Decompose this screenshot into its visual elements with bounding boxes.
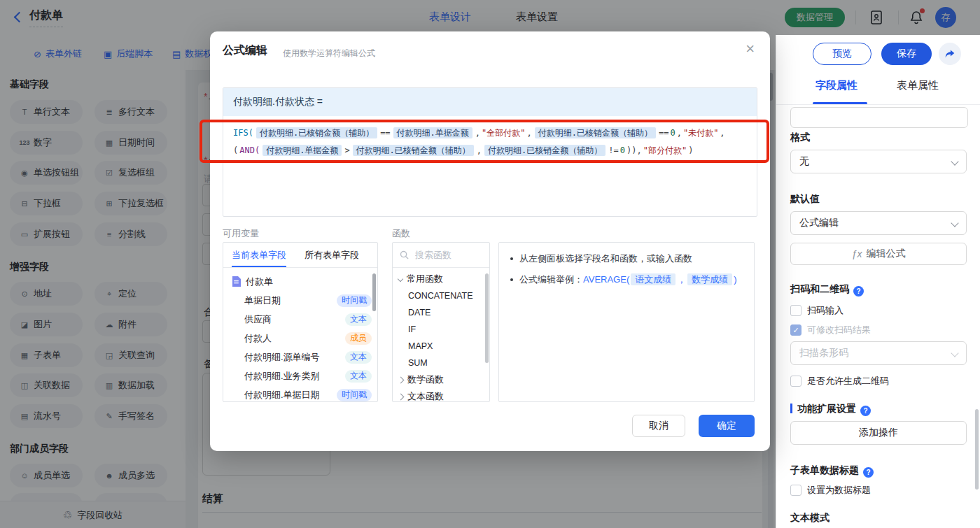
checkbox-unchecked[interactable]	[790, 485, 802, 496]
default-value-select[interactable]: 公式编辑	[790, 211, 967, 235]
edit-formula-button[interactable]: ƒx 编辑公式	[790, 243, 967, 265]
panel-scrollbar-thumb[interactable]	[975, 409, 979, 490]
operator-token: (	[233, 145, 238, 155]
help-tip-text: 公式编辑举例：AVERAGE(语文成绩，数学成绩)	[519, 273, 737, 286]
help-tip-text: 从左侧面板选择字段名和函数，或输入函数	[519, 252, 692, 265]
variable-row[interactable]: 付款明细.单据日期时间戳	[223, 385, 377, 404]
variables-scrollbar-thumb[interactable]	[372, 273, 376, 311]
operator-token: ==	[659, 128, 668, 138]
variable-name: 付款明细.单据日期	[244, 389, 320, 401]
field-chip[interactable]: 付款明细.单据金额	[262, 145, 342, 156]
allow-qr-checkbox-row[interactable]: 是否允许生成二维码	[790, 375, 889, 387]
scan-editable-checkbox-row[interactable]: ✓可修改扫码结果	[790, 324, 871, 336]
variable-name: 供应商	[244, 313, 272, 326]
checkbox-unchecked[interactable]	[790, 305, 802, 316]
field-chip[interactable]: 付款明细.已核销金额（辅助）	[353, 145, 474, 156]
field-chip[interactable]: 付款明细.已核销金额（辅助）	[484, 145, 606, 156]
chevron-down-icon	[951, 349, 958, 357]
function-item[interactable]: IF	[393, 321, 489, 338]
confirm-button[interactable]: 确定	[699, 415, 755, 437]
help-icon[interactable]: ?	[863, 467, 874, 478]
formula-line: (AND(付款明细.单据金额>付款明细.已核销金额（辅助）,付款明细.已核销金额…	[232, 142, 748, 159]
formula-target: 付款明细.付款状态 =	[223, 88, 757, 116]
function-group-label: 数学函数	[407, 373, 444, 386]
chevron-down-icon	[398, 276, 403, 282]
scan-mode-value: 扫描条形码	[799, 347, 848, 359]
modal-title: 公式编辑	[223, 43, 267, 58]
functions-panel: 常用函数 CONCATENATE DATE IF MAPX SUM 数学函数 文…	[392, 242, 490, 402]
default-value-label: 默认值	[790, 193, 820, 206]
format-value: 无	[799, 155, 809, 168]
variable-row[interactable]: 付款人成员	[223, 329, 377, 348]
variable-type-badge: 时间戳	[337, 389, 372, 401]
field-name-input[interactable]	[790, 107, 968, 128]
variables-tabs: 当前表单字段 所有表单字段	[223, 243, 377, 268]
scan-mode-select[interactable]: 扫描条形码	[790, 341, 967, 365]
function-item[interactable]: SUM	[393, 355, 489, 371]
add-action-button[interactable]: 添加操作	[790, 421, 967, 445]
function-search-input[interactable]	[414, 249, 479, 261]
example-field-chip: 数学成绩	[687, 273, 732, 285]
formula-code-area[interactable]: IFS(付款明细.已核销金额（辅助）==付款明细.单据金额,"全部付款",付款明…	[223, 116, 757, 168]
help-icon[interactable]: ?	[853, 286, 864, 297]
field-chip[interactable]: 付款明细.单据金额	[393, 127, 472, 138]
fx-icon: ƒx	[852, 248, 862, 259]
save-button[interactable]: 保存	[881, 43, 932, 65]
string-token: "全部付款"	[482, 128, 525, 138]
function-group-math[interactable]: 数学函数	[393, 371, 489, 388]
variable-name: 付款人	[244, 332, 272, 345]
help-icon[interactable]: ?	[860, 406, 871, 416]
variable-type-badge: 文本	[345, 370, 372, 383]
search-icon	[400, 250, 409, 259]
operator-token: ,	[527, 128, 532, 138]
form-doc-icon	[232, 276, 241, 287]
function-group-label: 常用函数	[407, 273, 443, 285]
operator-token: ,	[677, 128, 682, 138]
checkbox-checked[interactable]: ✓	[790, 324, 802, 336]
section-accent-bar	[790, 404, 792, 413]
operator-token: !=	[608, 145, 618, 155]
variable-type-badge: 文本	[345, 313, 372, 326]
function-item[interactable]: DATE	[393, 304, 489, 321]
operator-token: )	[688, 145, 693, 155]
scan-section-title: 扫码和二维码?	[790, 283, 864, 297]
function-group-common[interactable]: 常用函数	[393, 271, 489, 287]
checkbox-label: 扫码输入	[807, 304, 844, 317]
function-item[interactable]: MAPX	[393, 338, 489, 355]
variable-row[interactable]: 供应商文本	[223, 310, 377, 329]
variable-row[interactable]: 单据日期时间戳	[223, 291, 377, 310]
functions-scrollbar-thumb[interactable]	[485, 273, 489, 363]
cancel-button[interactable]: 取消	[632, 415, 685, 437]
function-item[interactable]: CONCATENATE	[393, 287, 489, 304]
variable-row[interactable]: 付款明细.业务类别文本	[223, 366, 377, 385]
variable-name: 单据日期	[244, 294, 281, 307]
format-select[interactable]: 无	[790, 150, 967, 173]
preview-button[interactable]: 预览	[813, 43, 872, 65]
chevron-down-icon	[951, 157, 958, 165]
variable-row[interactable]: 付款明细.源单编号文本	[223, 348, 377, 366]
scan-input-checkbox-row[interactable]: 扫码输入	[790, 304, 844, 317]
app-window: 付款单 表单设计 表单设置 数据管理 存 ⊘ 表单外链 ▣ 后端脚本 ▤ 数据权…	[0, 0, 980, 528]
operator-token: ==	[380, 128, 390, 138]
tab-all-form-fields[interactable]: 所有表单字段	[304, 249, 359, 262]
checkbox-unchecked[interactable]	[790, 376, 802, 387]
field-chip[interactable]: 付款明细.已核销金额（辅助）	[535, 127, 656, 138]
tab-current-form-fields[interactable]: 当前表单字段	[232, 249, 286, 262]
variable-root-row[interactable]: 付款单	[223, 272, 377, 291]
close-icon[interactable]: ×	[746, 41, 755, 57]
set-data-title-checkbox-row[interactable]: 设置为数据标题	[790, 484, 871, 497]
checkbox-label: 是否允许生成二维码	[807, 375, 889, 387]
tab-field-properties[interactable]: 字段属性	[816, 79, 858, 92]
active-tab-underline	[813, 102, 867, 104]
modal-backdrop	[776, 0, 980, 35]
function-token: IFS(	[233, 128, 253, 138]
share-button[interactable]	[939, 43, 961, 65]
function-group-text[interactable]: 文本函数	[393, 388, 489, 405]
operator-token: ,	[475, 128, 480, 138]
function-search[interactable]	[393, 243, 489, 268]
variable-type-badge: 时间戳	[337, 294, 372, 307]
example-function: AVERAGE(	[583, 274, 629, 285]
operator-token: >	[344, 145, 349, 155]
tab-form-properties[interactable]: 表单属性	[897, 79, 939, 92]
field-chip[interactable]: 付款明细.已核销金额（辅助）	[256, 127, 377, 138]
